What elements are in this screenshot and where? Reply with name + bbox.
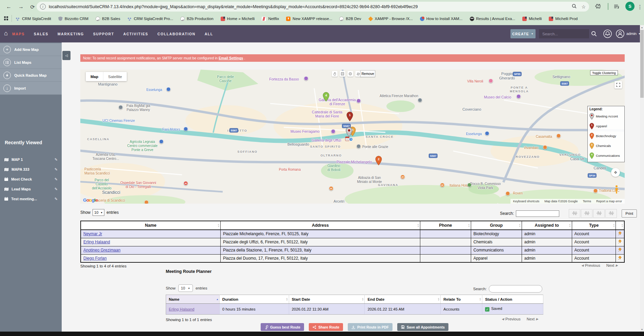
terms-link[interactable]: Terms: [583, 200, 591, 203]
header-phone[interactable]: Phone▴▾: [420, 221, 471, 230]
edit-pencil-icon[interactable]: ✎: [55, 177, 58, 182]
bookmark-xampp-browse[interactable]: XAMPP - Browse /X...: [368, 17, 413, 21]
export-pdf-button[interactable]: [605, 209, 617, 218]
saved-checkbox[interactable]: ✓: [485, 307, 489, 312]
sidebar-list-maps[interactable]: List Maps: [0, 56, 62, 69]
header-address[interactable]: Address▴▾: [220, 221, 420, 230]
recent-item-meet-check[interactable]: Meet Check ✎: [0, 175, 62, 184]
extensions-icon[interactable]: [593, 2, 603, 11]
bookmark-bizzotto-crm[interactable]: Bizzotto CRM: [58, 17, 88, 21]
bookmark-b2b-dev[interactable]: B2B Dev: [339, 17, 361, 21]
header-name[interactable]: Name▴▾: [81, 221, 220, 230]
header-relate-to[interactable]: Relate To▴▾: [441, 295, 482, 304]
export-csv-button[interactable]: [581, 209, 592, 218]
museum-poi-icon[interactable]: [331, 129, 336, 134]
bookmark-xampp-release[interactable]: New XAMPP release...: [286, 17, 332, 21]
marker-communications-4[interactable]: 4: [323, 92, 330, 103]
account-link-forlan[interactable]: Diego Forlan: [83, 256, 107, 261]
browser-profile-avatar[interactable]: S: [625, 2, 635, 11]
nav-support[interactable]: SUPPORT: [93, 32, 114, 36]
reading-list-icon[interactable]: [612, 2, 621, 11]
map-type-satellite-button[interactable]: Satellite: [103, 72, 127, 81]
url-text[interactable]: localhost/suitecrmold/SuiteCRM-7.13.4/in…: [49, 4, 567, 9]
hotel-poi-icon[interactable]: H: [329, 186, 334, 191]
bookmark-how-to-install[interactable]: How to Install XAM...: [420, 17, 463, 21]
site-info-icon[interactable]: i: [40, 4, 46, 10]
store-poi-icon[interactable]: [485, 131, 489, 136]
remove-shape-button[interactable]: Remove: [360, 70, 375, 77]
marker-apparel-1[interactable]: 1: [346, 112, 354, 123]
reload-icon[interactable]: ⟳: [28, 2, 37, 12]
locate-pin-button[interactable]: [616, 230, 624, 238]
create-button[interactable]: CREATE▼: [510, 29, 536, 38]
marker-biotechnology-2[interactable]: 2: [375, 156, 382, 167]
accounts-page-size-select[interactable]: 10▼: [93, 209, 104, 216]
fullscreen-icon[interactable]: [615, 81, 622, 89]
restaurant-poi-icon[interactable]: [557, 134, 561, 138]
bridge-poi-icon[interactable]: [357, 144, 361, 149]
locate-pin-button[interactable]: [616, 238, 624, 246]
bookmark-home-michelli[interactable]: Home » Michelli: [221, 17, 255, 21]
bookmark-michelli[interactable]: Michelli: [522, 17, 542, 21]
print-route-pdf-button[interactable]: Print Route in PDF: [348, 323, 393, 331]
export-excel-button[interactable]: [593, 209, 605, 218]
header-type[interactable]: Type▴▾: [572, 221, 616, 230]
header-group[interactable]: Group▴▾: [471, 221, 522, 230]
share-route-button[interactable]: Share Route: [309, 323, 343, 331]
forward-icon[interactable]: →: [16, 2, 26, 12]
header-pin[interactable]: ▴▾: [616, 221, 624, 230]
bookmark-results-annual[interactable]: Results | Annual Exa...: [470, 17, 516, 21]
account-link-grezimaan[interactable]: Anotineo Grezimaan: [83, 248, 120, 253]
hotel-poi-icon[interactable]: H: [401, 175, 405, 179]
sports-poi-icon[interactable]: [418, 98, 422, 102]
recent-item-test-meeting[interactable]: Test meeting... ✎: [0, 194, 62, 203]
store-poi-icon[interactable]: [184, 127, 188, 131]
park-poi-icon[interactable]: [467, 183, 472, 187]
header-name[interactable]: Name▴: [166, 295, 220, 304]
restaurant-poi-icon[interactable]: [543, 145, 547, 150]
bookmark-b2b-production[interactable]: B2b Production: [180, 17, 214, 21]
back-icon[interactable]: ←: [4, 2, 14, 12]
sidebar-import[interactable]: ↓ Import: [0, 82, 62, 95]
home-icon[interactable]: ⌂: [4, 30, 8, 37]
notifications-bell-icon[interactable]: [603, 29, 612, 40]
search-icon[interactable]: [591, 31, 597, 38]
nav-all[interactable]: ALL: [205, 32, 213, 36]
browser-menu-icon[interactable]: ⋮: [635, 2, 644, 12]
restaurant-poi-icon[interactable]: [506, 191, 510, 196]
global-search-input[interactable]: [539, 29, 589, 38]
header-start-date[interactable]: Start Date▴▾: [289, 295, 365, 304]
museum-poi-icon[interactable]: [517, 94, 521, 99]
map-type-map-button[interactable]: Map: [86, 72, 103, 81]
locate-pin-button[interactable]: [616, 254, 624, 262]
scroll-up-icon[interactable]: ▴: [640, 25, 644, 30]
nav-collaboration[interactable]: COLLABORATION: [157, 32, 195, 36]
sidebar-quick-radius-map[interactable]: Quick Radius Map: [0, 69, 62, 82]
bookmark-netflix[interactable]: Netflix: [262, 17, 279, 21]
scroll-down-icon[interactable]: ▾: [640, 327, 644, 332]
save-all-appointments-button[interactable]: Save all Appointments: [397, 323, 448, 331]
apps-grid-icon[interactable]: [4, 16, 8, 21]
guess-best-route-button[interactable]: Guess best Route: [261, 323, 304, 331]
admin-menu[interactable]: admin▼: [626, 32, 641, 36]
rectangle-tool[interactable]: [340, 71, 345, 77]
accounts-search-input[interactable]: [516, 210, 559, 217]
street-view-pegman-icon[interactable]: [614, 185, 619, 195]
hotel-poi-icon[interactable]: H: [440, 183, 445, 187]
route-page-size-select[interactable]: 10▼: [178, 284, 193, 292]
bookmark-crm-siglacredit[interactable]: CRM SiglaCredit: [16, 17, 51, 21]
zoom-icon[interactable]: [572, 4, 577, 10]
arena-poi-icon[interactable]: [119, 105, 123, 110]
locate-pin-button[interactable]: [616, 246, 624, 254]
recent-item-mapa-333[interactable]: MAPA 333 ✎: [0, 165, 62, 174]
account-link-halaand[interactable]: Erling Halaand: [83, 240, 110, 244]
previous-button[interactable]: ◀Previous: [581, 263, 600, 267]
sidebar-add-new-map[interactable]: + Add New Map: [0, 43, 62, 56]
store-poi-icon[interactable]: [159, 139, 164, 144]
export-copy-button[interactable]: [569, 209, 580, 218]
previous-button[interactable]: ◀Previous: [502, 317, 521, 321]
keyboard-shortcuts-link[interactable]: Keyboard shortcuts: [513, 200, 540, 203]
bookmark-b2b-sales[interactable]: B2B Sales: [96, 17, 120, 21]
print-button[interactable]: Print: [622, 209, 637, 218]
edit-pencil-icon[interactable]: ✎: [55, 167, 58, 172]
